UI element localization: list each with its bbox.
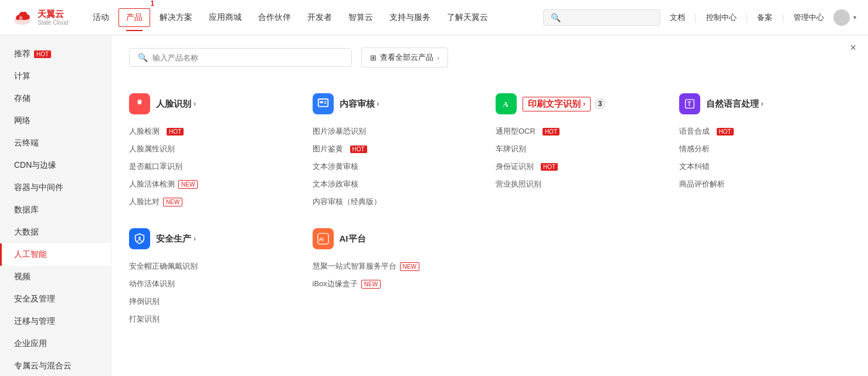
- sidebar-item-recommend[interactable]: 推荐 HOT: [0, 43, 111, 65]
- nav-item-activity[interactable]: 活动: [86, 9, 116, 26]
- view-all-icon: ⊞: [370, 53, 377, 62]
- section-ai-header: AI AI平台: [313, 228, 484, 249]
- list-item[interactable]: 人脸比对NEW: [129, 193, 301, 211]
- list-item[interactable]: 文本涉政审核: [313, 175, 484, 193]
- dropdown-overlay: 推荐 HOT 计算 存储 网络 云终端 CDN与边缘 容器与中间件 数据库 大数…: [0, 35, 868, 376]
- section-print-header: A 印刷文字识别 › 3: [496, 93, 667, 114]
- view-all-button[interactable]: ⊞ 查看全部云产品 ›: [361, 48, 448, 67]
- nav-search-icon: 🔍: [551, 13, 561, 22]
- list-item[interactable]: 人脸活体检测NEW: [129, 175, 301, 193]
- list-item[interactable]: 身份证识别HOT: [496, 158, 667, 175]
- sidebar-item-ai[interactable]: 人工智能 2: [0, 243, 111, 266]
- list-item[interactable]: 情感分析: [679, 140, 851, 158]
- nav-item-support[interactable]: 支持与服务: [382, 9, 438, 26]
- face-icon: [129, 93, 150, 114]
- list-item[interactable]: 是否戴口罩识别: [129, 158, 301, 175]
- list-item[interactable]: 动作活体识别: [129, 275, 301, 293]
- annotation-3: 3: [595, 99, 605, 109]
- nlp-icon: T: [679, 93, 700, 114]
- nav-link-manage[interactable]: 管理中心: [794, 12, 824, 23]
- sidebar-item-bigdata[interactable]: 大数据: [0, 221, 111, 243]
- nav-item-solutions[interactable]: 解决方案: [152, 9, 199, 26]
- sidebar-item-cdn[interactable]: CDN与边缘: [0, 154, 111, 177]
- view-all-arrow: ›: [437, 53, 439, 62]
- list-item[interactable]: iBox边缘盒子NEW: [313, 275, 484, 293]
- nav-item-appstore[interactable]: 应用商城: [202, 9, 249, 26]
- sidebar-item-video[interactable]: 视频: [0, 266, 111, 288]
- list-item[interactable]: 车牌识别: [496, 140, 667, 158]
- section-nlp-title[interactable]: 自然语言处理 ›: [706, 99, 764, 110]
- list-item[interactable]: 人脸属性识别: [129, 140, 301, 158]
- section-nlp-items: 语音合成HOT 情感分析 文本纠错 商品评价解析: [679, 123, 851, 193]
- sidebar-item-migration[interactable]: 迁移与管理: [0, 310, 111, 333]
- product-search-icon: 🔍: [138, 53, 148, 62]
- list-item[interactable]: 通用型OCRHOT: [496, 123, 667, 140]
- section-safety-items: 安全帽正确佩戴识别 动作活体识别 摔倒识别 打架识别: [129, 258, 301, 328]
- nav-search-box[interactable]: 🔍: [543, 9, 660, 26]
- product-search[interactable]: 🔍: [129, 48, 352, 67]
- svg-text:AI: AI: [318, 237, 323, 242]
- sidebar-item-container[interactable]: 容器与中间件: [0, 177, 111, 199]
- user-arrow-icon: ▾: [853, 14, 856, 21]
- list-item[interactable]: 语音合成HOT: [679, 123, 851, 140]
- section-nlp: T 自然语言处理 › 语音合成HOT 情感分析 文本纠错 商品评价解析: [679, 93, 851, 211]
- list-item[interactable]: 商品评价解析: [679, 175, 851, 193]
- nav-link-control[interactable]: 控制中心: [706, 12, 737, 23]
- sidebar-item-compute[interactable]: 计算: [0, 65, 111, 87]
- section-print-title[interactable]: 印刷文字识别 › 3: [523, 97, 591, 111]
- svg-text:云: 云: [19, 15, 23, 19]
- close-button[interactable]: ×: [850, 42, 856, 54]
- nav-item-products[interactable]: 产品 1: [118, 8, 150, 27]
- section-nlp-header: T 自然语言处理 ›: [679, 93, 851, 114]
- sidebar-item-database[interactable]: 数据库: [0, 199, 111, 221]
- section-face-items: 人脸检测HOT 人脸属性识别 是否戴口罩识别 人脸活体检测NEW 人脸比对NEW: [129, 123, 301, 211]
- print-icon: A: [496, 93, 517, 114]
- nav-link-docs[interactable]: 文档: [670, 12, 685, 23]
- section-face: 人脸识别 › 人脸检测HOT 人脸属性识别 是否戴口罩识别 人脸活体检测NEW …: [129, 93, 301, 211]
- list-item[interactable]: 打架识别: [129, 310, 301, 328]
- list-item[interactable]: 文本纠错: [679, 158, 851, 175]
- nav-item-about[interactable]: 了解天翼云: [440, 9, 495, 26]
- list-item[interactable]: 图片鉴黄HOT: [313, 140, 484, 158]
- sidebar-item-storage[interactable]: 存储: [0, 87, 111, 110]
- svg-point-3: [137, 101, 138, 102]
- user-area[interactable]: ▾: [833, 9, 856, 26]
- list-item[interactable]: 人脸检测HOT: [129, 123, 301, 140]
- sidebar-item-network[interactable]: 网络: [0, 110, 111, 132]
- brand-name: 天翼云: [38, 9, 68, 19]
- section-content-title[interactable]: 内容审核 ›: [340, 99, 379, 110]
- sidebar-item-cloudterm[interactable]: 云终端: [0, 132, 111, 154]
- safety-icon: [129, 228, 150, 249]
- nav-search-input[interactable]: [564, 13, 653, 22]
- nav-items: 活动 产品 1 解决方案 应用商城 合作伙伴 开发者 智算云 支持与服务 了解天…: [86, 8, 543, 27]
- svg-text:A: A: [503, 100, 509, 109]
- section-face-title[interactable]: 人脸识别 ›: [156, 99, 196, 110]
- section-ai-title[interactable]: AI平台: [340, 233, 366, 245]
- view-all-label: 查看全部云产品: [380, 52, 433, 63]
- nav-item-partners[interactable]: 合作伙伴: [251, 9, 298, 26]
- top-nav: 云 天翼云 State Cloud 活动 产品 1 解决方案 应用商城 合作伙伴…: [0, 0, 868, 35]
- section-ai: AI AI平台 慧聚一站式智算服务平台NEW iBox边缘盒子NEW: [313, 228, 484, 328]
- product-search-input[interactable]: [152, 53, 343, 62]
- list-item[interactable]: 营业执照识别: [496, 175, 667, 193]
- sidebar-item-dedicated[interactable]: 专属云与混合云: [0, 355, 111, 376]
- list-item[interactable]: 安全帽正确佩戴识别: [129, 258, 301, 275]
- nav-link-beian[interactable]: 备案: [757, 12, 772, 23]
- nav-item-zhisuan[interactable]: 智算云: [341, 9, 380, 26]
- section-print-items: 通用型OCRHOT 车牌识别 身份证识别HOT 营业执照识别: [496, 123, 667, 193]
- sidebar-item-enterprise[interactable]: 企业应用: [0, 333, 111, 355]
- logo[interactable]: 云 天翼云 State Cloud: [12, 9, 68, 26]
- list-item[interactable]: 内容审核（经典版）: [313, 193, 484, 211]
- list-item[interactable]: 摔倒识别: [129, 293, 301, 310]
- svg-point-4: [141, 101, 142, 102]
- sidebar-item-security[interactable]: 安全及管理: [0, 288, 111, 310]
- section-safety-title[interactable]: 安全生产 ›: [156, 233, 196, 245]
- list-item[interactable]: 图片涉暴恐识别: [313, 123, 484, 140]
- svg-text:T: T: [687, 101, 691, 107]
- section-ai-items: 慧聚一站式智算服务平台NEW iBox边缘盒子NEW: [313, 258, 484, 293]
- nav-item-developer[interactable]: 开发者: [300, 9, 339, 26]
- ai-icon: AI: [313, 228, 334, 249]
- list-item[interactable]: 慧聚一站式智算服务平台NEW: [313, 258, 484, 275]
- list-item[interactable]: 文本涉黄审核: [313, 158, 484, 175]
- content-icon: [313, 93, 334, 114]
